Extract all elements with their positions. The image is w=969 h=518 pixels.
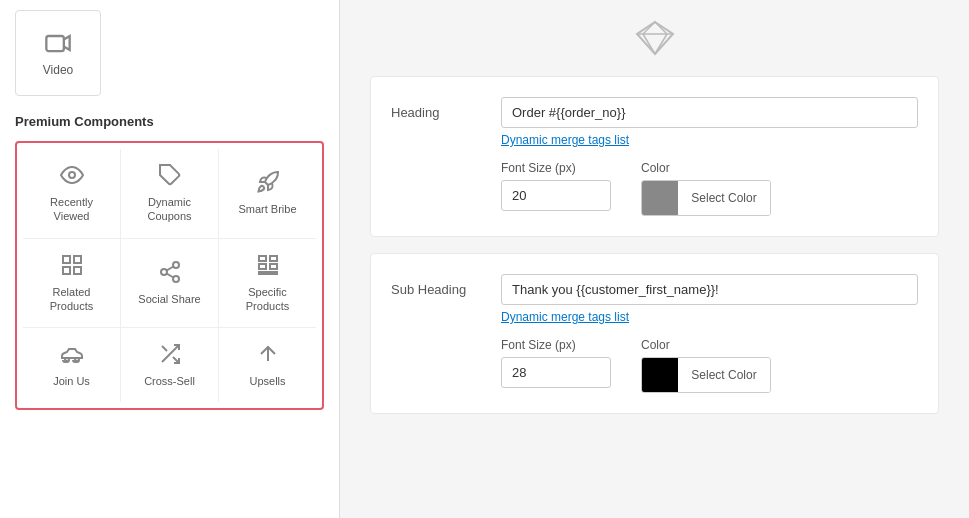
premium-section: Premium Components Recently Viewed Dy <box>15 114 324 410</box>
subheading-color-btn-label: Select Color <box>678 358 770 392</box>
handshake-icon <box>60 342 84 366</box>
svg-point-1 <box>69 172 75 178</box>
svg-rect-3 <box>63 256 70 263</box>
svg-point-9 <box>173 276 179 282</box>
left-panel: Video Premium Components Recently Viewed <box>0 0 340 518</box>
subheading-color-label: Color <box>641 338 771 352</box>
premium-title: Premium Components <box>15 114 324 129</box>
social-share-item[interactable]: Social Share <box>121 239 219 328</box>
cross-sell-label: Cross-Sell <box>144 374 195 388</box>
smart-bribe-label: Smart Bribe <box>238 202 296 216</box>
join-us-item[interactable]: Join Us <box>23 328 121 402</box>
subheading-font-size-input[interactable] <box>501 357 611 388</box>
subheading-font-size-group: Font Size (px) <box>501 338 611 388</box>
subheading-color-group: Color Select Color <box>641 338 771 393</box>
svg-rect-13 <box>270 256 277 261</box>
heading-color-btn-label: Select Color <box>678 181 770 215</box>
svg-line-10 <box>166 273 173 277</box>
svg-rect-14 <box>259 264 266 269</box>
diamond-icon <box>635 20 675 56</box>
shuffle-icon <box>158 342 182 366</box>
premium-grid: Recently Viewed Dynamic Coupons Sma <box>15 141 324 410</box>
tag-icon <box>158 163 182 187</box>
svg-point-8 <box>161 269 167 275</box>
heading-section: Heading Dynamic merge tags list Font Siz… <box>370 76 939 237</box>
heading-color-swatch <box>642 181 678 215</box>
subheading-label: Sub Heading <box>391 274 481 297</box>
social-share-label: Social Share <box>138 292 200 306</box>
heading-input[interactable] <box>501 97 918 128</box>
heading-label: Heading <box>391 97 481 120</box>
diamond-icon-container <box>370 20 939 56</box>
rocket-icon <box>256 170 280 194</box>
recently-viewed-item[interactable]: Recently Viewed <box>23 149 121 238</box>
subheading-font-color-row: Font Size (px) Color Select Color <box>501 338 918 393</box>
recently-viewed-label: Recently Viewed <box>31 195 112 224</box>
svg-rect-0 <box>46 36 64 51</box>
upsells-label: Upsells <box>249 374 285 388</box>
specific-products-label: Specific Products <box>227 285 308 314</box>
heading-merge-tags-link[interactable]: Dynamic merge tags list <box>501 133 629 147</box>
dynamic-coupons-item[interactable]: Dynamic Coupons <box>121 149 219 238</box>
specific-products-item[interactable]: Specific Products <box>219 239 316 328</box>
list-grid-icon <box>256 253 280 277</box>
subheading-color-swatch <box>642 358 678 392</box>
video-component[interactable]: Video <box>15 10 101 96</box>
heading-font-size-input[interactable] <box>501 180 611 211</box>
subheading-merge-tags-link[interactable]: Dynamic merge tags list <box>501 310 629 324</box>
right-panel: Heading Dynamic merge tags list Font Siz… <box>340 0 969 518</box>
svg-rect-15 <box>270 264 277 269</box>
upsells-item[interactable]: Upsells <box>219 328 316 402</box>
subheading-font-size-label: Font Size (px) <box>501 338 611 352</box>
svg-line-21 <box>162 346 167 351</box>
subheading-content: Dynamic merge tags list Font Size (px) C… <box>501 274 918 393</box>
svg-line-11 <box>166 266 173 270</box>
heading-font-size-label: Font Size (px) <box>501 161 611 175</box>
video-label: Video <box>43 63 73 77</box>
heading-color-picker[interactable]: Select Color <box>641 180 771 216</box>
dynamic-coupons-label: Dynamic Coupons <box>129 195 210 224</box>
grid-icon <box>60 253 84 277</box>
subheading-section: Sub Heading Dynamic merge tags list Font… <box>370 253 939 414</box>
arrow-up-icon <box>256 342 280 366</box>
subheading-color-picker[interactable]: Select Color <box>641 357 771 393</box>
premium-row-2: Related Products Social Share <box>23 239 316 329</box>
related-products-item[interactable]: Related Products <box>23 239 121 328</box>
heading-row: Heading Dynamic merge tags list Font Siz… <box>391 97 918 216</box>
svg-rect-12 <box>259 256 266 261</box>
related-products-label: Related Products <box>31 285 112 314</box>
heading-color-label: Color <box>641 161 771 175</box>
premium-row-3: Join Us Cross-Sell <box>23 328 316 402</box>
share-icon <box>158 260 182 284</box>
subheading-row: Sub Heading Dynamic merge tags list Font… <box>391 274 918 393</box>
svg-marker-23 <box>637 22 673 54</box>
svg-rect-6 <box>74 267 81 274</box>
video-icon <box>44 29 72 57</box>
join-us-label: Join Us <box>53 374 90 388</box>
eye-icon <box>60 163 84 187</box>
smart-bribe-item[interactable]: Smart Bribe <box>219 149 316 238</box>
svg-rect-5 <box>63 267 70 274</box>
heading-content: Dynamic merge tags list Font Size (px) C… <box>501 97 918 216</box>
svg-point-7 <box>173 262 179 268</box>
heading-font-color-row: Font Size (px) Color Select Color <box>501 161 918 216</box>
premium-row-1: Recently Viewed Dynamic Coupons Sma <box>23 149 316 239</box>
cross-sell-item[interactable]: Cross-Sell <box>121 328 219 402</box>
subheading-input[interactable] <box>501 274 918 305</box>
heading-color-group: Color Select Color <box>641 161 771 216</box>
heading-font-size-group: Font Size (px) <box>501 161 611 211</box>
svg-rect-16 <box>259 272 277 274</box>
svg-rect-4 <box>74 256 81 263</box>
